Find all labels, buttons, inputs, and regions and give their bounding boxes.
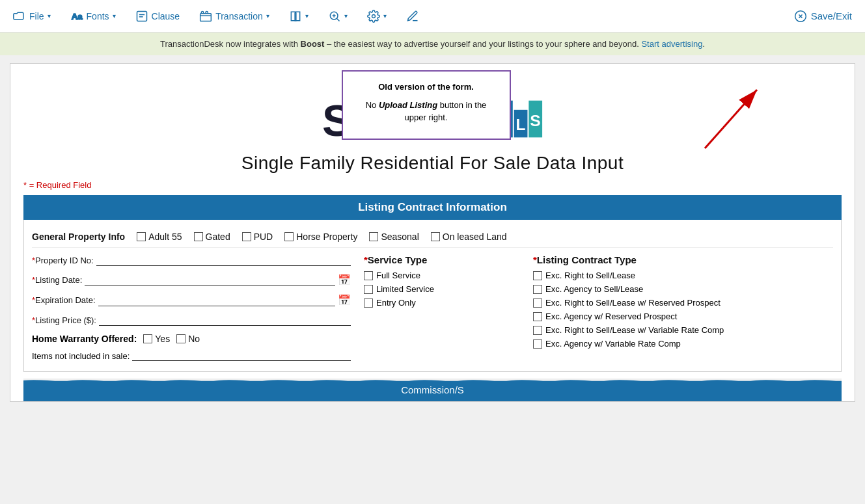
banner-text-before: TransactionDesk now integrates with <box>160 39 301 49</box>
svg-rect-4 <box>200 13 212 21</box>
fonts-caret: ▾ <box>113 12 116 20</box>
form-columns: *Property ID No: *Listing Date: 📅 *Expir… <box>32 248 833 365</box>
book-menu[interactable]: ▾ <box>289 10 309 23</box>
general-property-label: General Property Info <box>32 232 125 242</box>
limited-service-checkbox[interactable] <box>364 285 373 294</box>
expiration-date-input[interactable] <box>98 295 335 306</box>
checkbox-seasonal[interactable]: Seasonal <box>369 232 419 242</box>
fonts-menu[interactable]: Aa Fonts ▾ <box>70 10 116 23</box>
exc-right-variable-checkbox[interactable] <box>533 326 542 335</box>
boost-banner: TransactionDesk now integrates with Boos… <box>0 33 865 55</box>
items-row: Items not included in sale: <box>32 351 351 361</box>
service-full[interactable]: Full Service <box>364 271 527 280</box>
seasonal-checkbox[interactable] <box>369 232 378 241</box>
pud-checkbox[interactable] <box>242 232 251 241</box>
contract-exc-right-variable[interactable]: Exc. Right to Sell/Lease w/ Variable Rat… <box>533 325 833 335</box>
contract-exc-right-reserved[interactable]: Exc. Right to Sell/Lease w/ Reserved Pro… <box>533 298 833 308</box>
banner-period: . <box>702 39 705 49</box>
gated-label: Gated <box>206 232 230 242</box>
contract-exc-agency-sell[interactable]: Exc. Agency to Sell/Lease <box>533 284 833 294</box>
property-id-label: *Property ID No: <box>32 256 94 265</box>
gated-checkbox[interactable] <box>194 232 203 241</box>
warranty-no-checkbox[interactable] <box>176 334 185 343</box>
banner-text-after: – the easiest way to advertise yourself … <box>324 39 641 49</box>
listing-date-label: *Listing Date: <box>32 275 82 285</box>
exc-right-sell-label: Exc. Right to Sell/Lease <box>545 271 635 280</box>
contract-exc-agency-variable[interactable]: Exc. Agency w/ Variable Rate Comp <box>533 339 833 349</box>
checkbox-adult55[interactable]: Adult 55 <box>137 232 182 242</box>
service-type-title-text: Service Type <box>368 254 427 265</box>
adult55-label: Adult 55 <box>148 232 182 242</box>
full-service-label: Full Service <box>376 271 420 280</box>
settings-menu[interactable]: ▾ <box>367 10 387 23</box>
svg-text:S: S <box>530 112 540 129</box>
settings-caret: ▾ <box>383 12 387 20</box>
exc-agency-sell-checkbox[interactable] <box>533 285 542 294</box>
adult55-checkbox[interactable] <box>137 232 146 241</box>
commission-bar: Commission/S <box>23 378 842 401</box>
checkbox-gated[interactable]: Gated <box>194 232 230 242</box>
leased-label: On leased Land <box>443 232 507 242</box>
section-header: Listing Contract Information <box>23 195 842 220</box>
tooltip-line2: No <box>366 100 379 110</box>
property-id-row: *Property ID No: <box>32 254 351 266</box>
listing-price-label: *Listing Price ($): <box>32 315 96 325</box>
tooltip-line1: Old version of the form. <box>378 82 474 92</box>
listing-price-input[interactable] <box>99 314 351 326</box>
save-exit-button[interactable]: Save/Exit <box>794 10 852 23</box>
items-input[interactable] <box>132 351 351 361</box>
book-caret: ▾ <box>305 12 309 20</box>
transaction-label: Transaction <box>215 11 263 21</box>
contract-exc-agency-reserved[interactable]: Exc. Agency w/ Reserved Prospect <box>533 312 833 321</box>
checkbox-leased[interactable]: On leased Land <box>431 232 507 242</box>
transaction-caret: ▾ <box>266 12 269 20</box>
pen-tool[interactable] <box>406 10 419 23</box>
leased-checkbox[interactable] <box>431 232 440 241</box>
listing-contract-title-text: Listing Contract Type <box>537 254 637 265</box>
listing-date-row: *Listing Date: 📅 <box>32 274 351 286</box>
service-entry[interactable]: Entry Only <box>364 298 527 308</box>
col-left: *Property ID No: *Listing Date: 📅 *Expir… <box>32 254 364 365</box>
fonts-label: Fonts <box>87 11 109 21</box>
start-advertising-link[interactable]: Start advertising <box>641 39 702 49</box>
checkbox-horse[interactable]: Horse Property <box>284 232 357 242</box>
file-menu[interactable]: File ▾ <box>13 10 51 23</box>
transaction-menu[interactable]: Transaction ▾ <box>199 10 269 23</box>
svg-line-7 <box>336 18 339 21</box>
exc-agency-sell-label: Exc. Agency to Sell/Lease <box>545 284 643 294</box>
warranty-no-label: No <box>188 334 200 344</box>
warranty-yes-label: Yes <box>155 334 170 344</box>
col-right: *Listing Contract Type Exc. Right to Sel… <box>533 254 833 365</box>
exc-right-sell-checkbox[interactable] <box>533 271 542 280</box>
expiration-date-row: *Expiration Date: 📅 <box>32 294 351 306</box>
listing-date-calendar-icon[interactable]: 📅 <box>338 274 351 286</box>
general-property-row: General Property Info Adult 55 Gated PUD… <box>32 226 833 248</box>
warranty-no[interactable]: No <box>176 334 200 344</box>
contract-exc-right-sell[interactable]: Exc. Right to Sell/Lease <box>533 271 833 280</box>
zoom-menu[interactable]: ▾ <box>328 10 348 23</box>
entry-only-checkbox[interactable] <box>364 298 373 308</box>
zoom-caret: ▾ <box>344 12 348 20</box>
clause-menu[interactable]: Clause <box>135 10 180 23</box>
checkbox-pud[interactable]: PUD <box>242 232 273 242</box>
warranty-yes-checkbox[interactable] <box>143 334 152 343</box>
exc-right-variable-label: Exc. Right to Sell/Lease w/ Variable Rat… <box>545 325 724 335</box>
tooltip-italic: Upload Listing <box>379 100 437 110</box>
pud-label: PUD <box>254 232 273 242</box>
exc-right-reserved-checkbox[interactable] <box>533 298 542 308</box>
warranty-yes[interactable]: Yes <box>143 334 170 344</box>
horse-label: Horse Property <box>296 232 357 242</box>
toolbar: File ▾ Aa Fonts ▾ Clause Transaction ▾ ▾ <box>0 0 865 33</box>
svg-text:L: L <box>515 116 525 133</box>
full-service-checkbox[interactable] <box>364 271 373 280</box>
exc-agency-reserved-checkbox[interactable] <box>533 312 542 321</box>
limited-service-label: Limited Service <box>376 284 434 294</box>
exc-agency-variable-checkbox[interactable] <box>533 339 542 349</box>
listing-date-input[interactable] <box>85 274 335 286</box>
expiration-date-calendar-icon[interactable]: 📅 <box>338 294 351 306</box>
horse-checkbox[interactable] <box>284 232 294 241</box>
exc-right-reserved-label: Exc. Right to Sell/Lease w/ Reserved Pro… <box>545 298 721 308</box>
warranty-row: Home Warranty Offered: Yes No <box>32 334 351 344</box>
property-id-input[interactable] <box>96 254 351 266</box>
service-limited[interactable]: Limited Service <box>364 284 527 294</box>
